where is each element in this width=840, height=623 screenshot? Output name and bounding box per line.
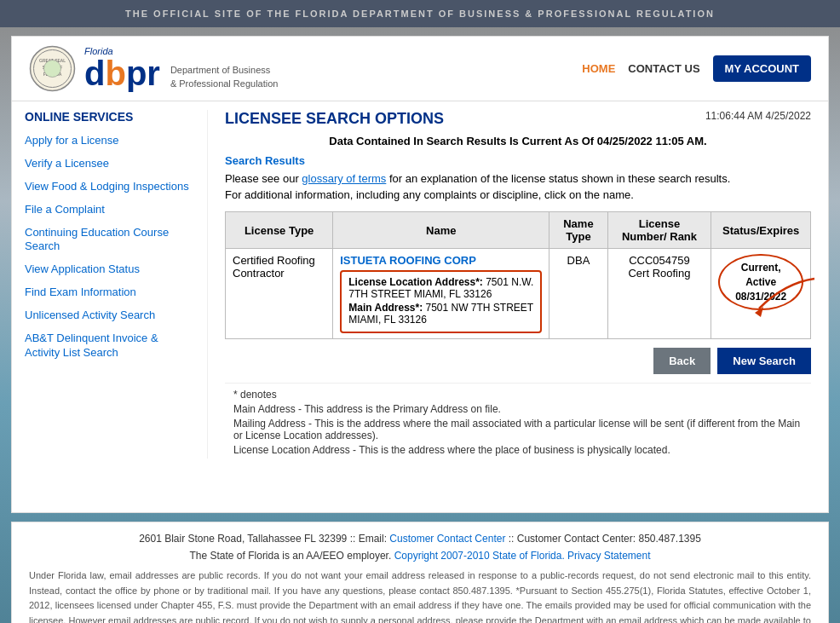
main-address-label: Main Address*:	[348, 302, 423, 314]
glossary-link[interactable]: glossary of terms	[302, 172, 386, 185]
sidebar-item-find-exam[interactable]: Find Exam Information	[25, 286, 194, 300]
home-link[interactable]: HOME	[582, 62, 615, 75]
footer-legal: Under Florida law, email addresses are p…	[29, 568, 811, 623]
back-button[interactable]: Back	[653, 348, 711, 374]
glossary-text: Please see our glossary of terms for an …	[225, 172, 811, 185]
col-license-number: License Number/ Rank	[607, 212, 711, 249]
footer: 2601 Blair Stone Road, Tallahassee FL 32…	[11, 522, 829, 623]
content-header: LICENSEE SEARCH OPTIONS 11:06:44 AM 4/25…	[225, 110, 811, 128]
address-box: License Location Address*: 7501 N.W. 7TH…	[340, 270, 542, 333]
footnote-denotes: * denotes	[225, 389, 811, 401]
search-results-label: Search Results	[225, 154, 811, 167]
sidebar-item-verify-licensee[interactable]: Verify a Licensee	[25, 157, 194, 171]
sidebar-item-apply-license[interactable]: Apply for a License	[25, 134, 194, 148]
main-content: LICENSEE SEARCH OPTIONS 11:06:44 AM 4/25…	[208, 110, 828, 459]
contact-us-link[interactable]: CONTACT US	[628, 62, 699, 75]
action-buttons: Back New Search	[225, 348, 811, 374]
footnote-main-address: Main Address - This address is the Prima…	[225, 403, 811, 415]
logo-area: GREAT SEAL STATE OF FLORIDA Florida dbpr…	[29, 45, 278, 92]
copyright-link[interactable]: Copyright 2007-2010 State of Florida.	[394, 550, 565, 562]
page-title: LICENSEE SEARCH OPTIONS	[225, 110, 444, 128]
footer-contact: 2601 Blair Stone Road, Tallahassee FL 32…	[29, 533, 811, 545]
sidebar-item-view-application[interactable]: View Application Status	[25, 262, 194, 277]
timestamp: 11:06:44 AM 4/25/2022	[705, 110, 811, 122]
top-banner: THE OFFICIAL SITE OF THE FLORIDA DEPARTM…	[0, 0, 840, 27]
footer-copyright: The State of Florida is an AA/EEO employ…	[29, 550, 811, 562]
site-header: GREAT SEAL STATE OF FLORIDA Florida dbpr…	[12, 37, 828, 101]
dbpr-letters: dbpr	[84, 56, 160, 90]
table-row: Certified Roofing Contractor ISTUETA ROO…	[226, 249, 811, 339]
cell-name-type: DBA	[549, 249, 607, 339]
sidebar-item-file-complaint[interactable]: File a Complaint	[25, 203, 194, 217]
annotation-arrow-icon	[751, 274, 819, 326]
col-name: Name	[333, 212, 549, 249]
logo-text-group: Florida dbpr Department of Business & Pr…	[84, 47, 278, 90]
col-status-expires: Status/Expires	[711, 212, 811, 249]
license-location-label: License Location Address*:	[348, 276, 483, 288]
footnote-license-location: License Location Address - This is the a…	[225, 444, 811, 456]
col-license-type: License Type	[226, 212, 333, 249]
privacy-link[interactable]: Privacy Statement	[567, 550, 650, 562]
contact-center-link[interactable]: Customer Contact Center	[389, 533, 505, 545]
sidebar-title: ONLINE SERVICES	[25, 110, 194, 124]
footnotes: * denotes Main Address - This address is…	[225, 383, 811, 456]
new-search-button[interactable]: New Search	[717, 348, 811, 374]
additional-info: For additional information, including an…	[225, 188, 811, 201]
cell-license-number: CCC054759 Cert Roofing	[607, 249, 711, 339]
body-layout: ONLINE SERVICES Apply for a License Veri…	[12, 101, 828, 467]
header-nav: HOME CONTACT US MY ACCOUNT	[582, 55, 811, 82]
sidebar-item-food-lodging[interactable]: View Food & Lodging Inspections	[25, 180, 194, 194]
data-current-notice: Data Contained In Search Results Is Curr…	[225, 135, 811, 147]
svg-point-5	[44, 61, 61, 78]
cell-license-type: Certified Roofing Contractor	[226, 249, 333, 339]
cell-status: Current, Active 08/31/2022	[711, 249, 811, 339]
sidebar: ONLINE SERVICES Apply for a License Veri…	[12, 110, 208, 459]
sidebar-item-unlicensed-activity[interactable]: Unlicensed Activity Search	[25, 309, 194, 323]
footnote-mailing-address: Mailing Address - This is the address wh…	[225, 418, 811, 441]
my-account-button[interactable]: MY ACCOUNT	[713, 55, 811, 82]
col-name-type: Name Type	[549, 212, 607, 249]
sidebar-item-ce-course-search[interactable]: Continuing Education Course Search	[25, 226, 194, 255]
dept-name: Department of Business & Professional Re…	[170, 64, 279, 90]
results-table: License Type Name Name Type License Numb…	[225, 211, 811, 339]
sidebar-item-abt-delinquent[interactable]: AB&T Delinquent Invoice & Activity List …	[25, 332, 194, 361]
licensee-name-link[interactable]: ISTUETA ROOFING CORP	[340, 254, 476, 267]
cell-name: ISTUETA ROOFING CORP License Location Ad…	[333, 249, 549, 339]
florida-seal-icon: GREAT SEAL STATE OF FLORIDA	[29, 45, 76, 92]
